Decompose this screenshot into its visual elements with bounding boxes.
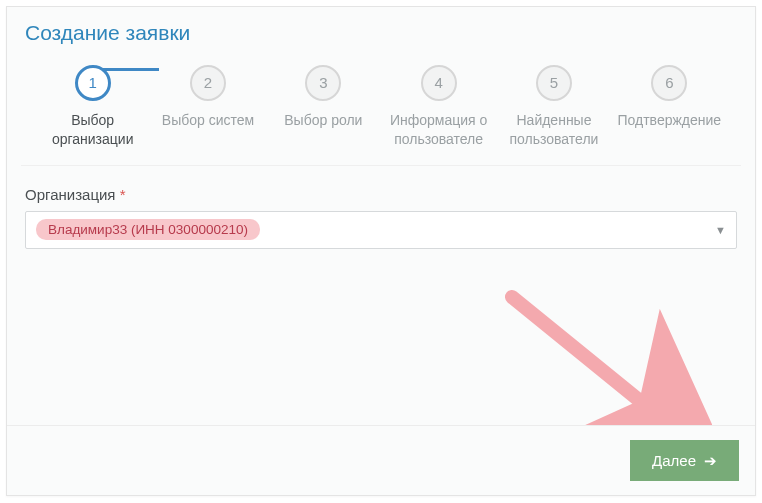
step-2-number: 2 <box>190 65 226 101</box>
step-5-number: 5 <box>536 65 572 101</box>
step-6-label: Подтверждение <box>612 111 727 130</box>
step-1-number: 1 <box>75 65 111 101</box>
step-5-label: Найденные пользователи <box>496 111 611 149</box>
org-selected-value: Владимир33 (ИНН 0300000210) <box>36 219 260 240</box>
step-3-label: Выбор роли <box>266 111 381 130</box>
step-1[interactable]: 1 Выбор организации <box>35 65 150 149</box>
step-1-label: Выбор организации <box>35 111 150 149</box>
connector-1-2 <box>99 68 159 71</box>
step-2[interactable]: 2 Выбор систем <box>150 65 265 130</box>
next-button[interactable]: Далее ➔ <box>630 440 739 481</box>
org-label: Организация * <box>25 186 737 203</box>
step-4-label: Информация о пользователе <box>381 111 496 149</box>
next-button-label: Далее <box>652 452 696 469</box>
step-6-number: 6 <box>651 65 687 101</box>
step-6[interactable]: 6 Подтверждение <box>612 65 727 130</box>
required-mark: * <box>120 186 126 203</box>
arrow-right-icon: ➔ <box>704 453 717 468</box>
form-area: Организация * Владимир33 (ИНН 0300000210… <box>7 166 755 249</box>
step-4[interactable]: 4 Информация о пользователе <box>381 65 496 149</box>
chevron-down-icon: ▼ <box>715 224 726 236</box>
step-4-number: 4 <box>421 65 457 101</box>
org-label-text: Организация <box>25 186 115 203</box>
step-3[interactable]: 3 Выбор роли <box>266 65 381 130</box>
footer: Далее ➔ <box>7 425 755 495</box>
wizard-card: Создание заявки 1 Выбор организации 2 Вы… <box>6 6 756 496</box>
org-select[interactable]: Владимир33 (ИНН 0300000210) ▼ <box>25 211 737 249</box>
svg-line-0 <box>512 297 672 427</box>
step-5[interactable]: 5 Найденные пользователи <box>496 65 611 149</box>
stepper: 1 Выбор организации 2 Выбор систем 3 Выб… <box>7 51 755 149</box>
step-2-label: Выбор систем <box>150 111 265 130</box>
step-3-number: 3 <box>305 65 341 101</box>
page-title: Создание заявки <box>7 7 755 51</box>
